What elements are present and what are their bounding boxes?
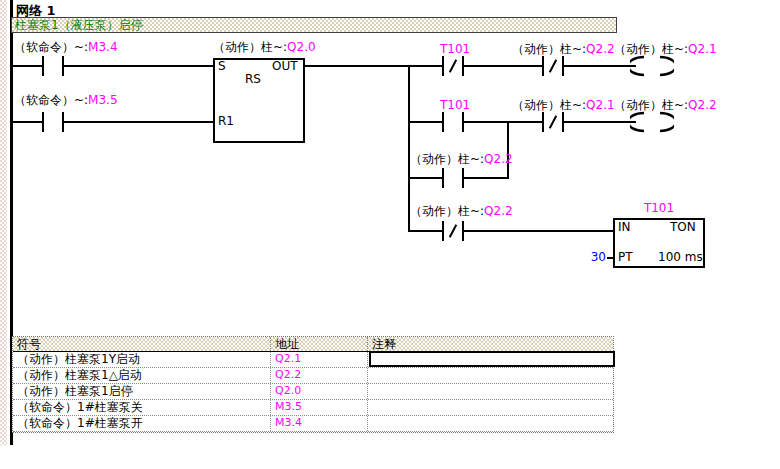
contact-t101-nc[interactable]	[442, 56, 444, 76]
symbol-table: 符号 地址 注释 （动作）柱塞泵1Y启动 Q2.1 （动作）柱塞泵1△启动 Q2…	[12, 336, 614, 433]
comment-cell[interactable]	[368, 384, 613, 399]
contact-q2-2-no[interactable]	[442, 168, 444, 188]
contact-q2-2-nc2[interactable]	[442, 221, 444, 241]
plc-editor-network-view: 网络 1 柱塞泵1（液压泵）启停 （软命令）~:M3.4 （软命令）~:M3.5…	[0, 0, 780, 469]
symbol-cell[interactable]: （软命令）1#柱塞泵关	[13, 400, 271, 415]
rs-r1-input-label: R1	[218, 115, 234, 127]
rungB-t101-label[interactable]: T101	[440, 99, 470, 112]
rungD-contact-label[interactable]: （动作）柱~:Q2.2	[410, 205, 513, 218]
table-row: （软命令）1#柱塞泵开 M3.4	[13, 416, 613, 432]
program-edge-strip	[0, 0, 7, 445]
contact-t101-no[interactable]	[442, 112, 444, 132]
address-cell[interactable]: Q2.2	[271, 368, 368, 383]
wire	[464, 121, 542, 123]
wire	[410, 230, 442, 232]
comment-cell[interactable]	[368, 400, 613, 415]
symbol-cell[interactable]: （动作）柱塞泵1△启动	[13, 368, 271, 383]
address-cell[interactable]: M3.4	[271, 416, 368, 431]
address-cell[interactable]: Q2.0	[271, 384, 368, 399]
wire	[410, 65, 442, 67]
symbol-cell[interactable]: （动作）柱塞泵1启停	[13, 384, 271, 399]
wire	[64, 65, 213, 67]
coil-q2-1[interactable]	[630, 55, 674, 77]
nc-slash	[549, 115, 557, 128]
wire	[305, 65, 410, 67]
ton-preset-value[interactable]: 30	[586, 251, 606, 263]
parallel-branch-rail	[507, 121, 509, 179]
wire	[13, 65, 44, 67]
rs-s-input-label: S	[218, 60, 226, 72]
contact-q2-2-nc[interactable]	[542, 56, 544, 76]
wire	[464, 230, 613, 232]
wire	[410, 121, 442, 123]
rungB-contact2-label[interactable]: （动作）柱~:Q2.1	[512, 99, 615, 112]
address-cell[interactable]: Q2.1	[271, 352, 368, 367]
network-comment-bar[interactable]: 柱塞泵1（液压泵）启停	[11, 17, 617, 33]
rs-block-label[interactable]: （动作）柱~:Q2.0	[213, 41, 316, 54]
pt-input-tick	[607, 257, 613, 259]
header-symbol[interactable]: 符号	[13, 337, 271, 351]
rungA-contact2-label[interactable]: （动作）柱~:Q2.2	[512, 43, 615, 56]
branch-contact-label[interactable]: （动作）柱~:Q2.2	[410, 153, 513, 166]
ton-in-label: IN	[618, 221, 631, 233]
wire	[464, 177, 509, 179]
wire	[410, 177, 442, 179]
wire	[564, 121, 636, 123]
coil-q2-2[interactable]	[630, 111, 674, 133]
table-row: （软命令）1#柱塞泵关 M3.5	[13, 400, 613, 416]
wire	[64, 121, 213, 123]
ton-timebase-label: 100 ms	[658, 251, 703, 263]
contact-m3-5[interactable]	[42, 112, 44, 132]
network-comment-text: 柱塞泵1（液压泵）启停	[15, 18, 143, 32]
rs-type-label: RS	[245, 73, 261, 85]
timer-name-label[interactable]: T101	[613, 202, 705, 215]
selected-comment-cell[interactable]	[369, 351, 615, 367]
address-cell[interactable]: M3.5	[271, 400, 368, 415]
table-row: （动作）柱塞泵1启停 Q2.0	[13, 384, 613, 400]
symbol-table-header: 符号 地址 注释	[13, 337, 613, 352]
symbol-cell[interactable]: （动作）柱塞泵1Y启动	[13, 352, 271, 367]
rung2-contact-label[interactable]: （软命令）~:M3.5	[14, 94, 118, 107]
nc-slash	[449, 224, 457, 237]
ton-pt-label: PT	[618, 251, 633, 263]
nc-slash	[549, 59, 557, 72]
header-address[interactable]: 地址	[271, 337, 368, 351]
comment-cell[interactable]	[368, 416, 613, 431]
table-row: （动作）柱塞泵1△启动 Q2.2	[13, 368, 613, 384]
comment-cell[interactable]	[368, 368, 613, 383]
rung1-contact-label[interactable]: （软命令）~:M3.4	[14, 41, 118, 54]
contact-m3-4[interactable]	[42, 56, 44, 76]
ton-type-label: TON	[670, 221, 696, 233]
rs-out-label: OUT	[272, 60, 298, 72]
wire	[13, 121, 44, 123]
wire	[564, 65, 636, 67]
rungA-t101-label[interactable]: T101	[440, 43, 470, 56]
header-comment[interactable]: 注释	[368, 337, 613, 351]
symbol-cell[interactable]: （软命令）1#柱塞泵开	[13, 416, 271, 431]
contact-q2-1-nc[interactable]	[542, 112, 544, 132]
nc-slash	[449, 59, 457, 72]
wire	[464, 65, 542, 67]
